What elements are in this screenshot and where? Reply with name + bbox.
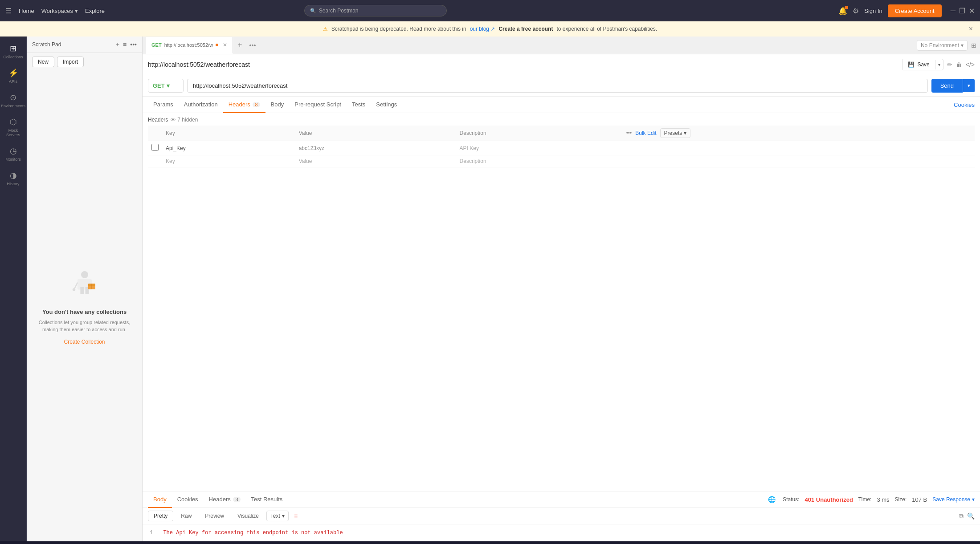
sidebar-item-environments[interactable]: ⊙ Environments [2,89,25,112]
environment-selector[interactable]: No Environment ▾ [917,40,968,51]
save-label: Save [917,61,929,68]
hidden-count: 👁 7 hidden [171,117,198,123]
nav-workspaces-label: Workspaces [41,8,73,14]
save-response-button[interactable]: Save Response ▾ [932,496,975,503]
more-tabs-button[interactable]: ••• [247,42,259,49]
table-row: Key Value Description [148,155,975,167]
empty-description: Collections let you group related reques… [36,319,133,333]
header-value-cell[interactable]: abc123xyz [295,141,456,155]
request-tab[interactable]: GET http://localhost:5052/w ✕ [146,37,233,54]
settings-icon[interactable]: ⚙ [853,7,859,15]
method-chevron-icon: ▾ [167,82,170,89]
sidebar-item-collections[interactable]: ⊞ Collections [2,40,25,63]
create-collection-link[interactable]: Create Collection [64,339,105,345]
tab-settings[interactable]: Settings [371,97,402,113]
minimize-button[interactable]: ─ [951,7,956,15]
cookies-link[interactable]: Cookies [954,101,975,108]
format-raw-button[interactable]: Raw [175,511,197,521]
filter-collections-button[interactable]: ≡ [123,41,127,48]
tab-headers[interactable]: Headers 8 [223,97,265,113]
format-pretty-button[interactable]: Pretty [148,511,173,521]
header-key-cell[interactable]: Api_Key [162,141,295,155]
code-icon[interactable]: </> [966,61,975,68]
presets-arrow-icon: ▾ [684,130,686,136]
new-button[interactable]: New [32,57,54,67]
sidebar-item-monitors[interactable]: ◷ Monitors [2,142,25,165]
close-button[interactable]: ✕ [969,7,975,15]
tab-params[interactable]: Params [148,97,179,113]
nav-left: ☰ Home Workspaces ▾ Explore [5,7,105,15]
tab-url: http://localhost:5052/w [164,42,213,48]
tab-pre-request[interactable]: Pre-request Script [289,97,347,113]
mock-servers-label: Mock Servers [4,128,23,137]
response-tab-body[interactable]: Body [148,491,172,508]
table-row: Api_Key abc123xyz API Key [148,141,975,155]
response-tab-cookies[interactable]: Cookies [172,491,204,508]
format-lines-icon[interactable]: ≡ [294,512,298,520]
banner-blog-link[interactable]: our blog ↗ [470,26,495,32]
save-response-arrow: ▾ [972,496,975,503]
delete-icon[interactable]: 🗑 [956,61,962,68]
copy-response-button[interactable]: ⧉ [959,512,964,520]
nav-explore[interactable]: Explore [85,8,105,14]
sign-in-button[interactable]: Sign In [864,8,882,14]
nav-workspaces[interactable]: Workspaces ▾ [41,8,78,14]
format-type-select[interactable]: Text ▾ [266,511,289,521]
tab-authorization[interactable]: Authorization [179,97,223,113]
bulk-edit-button[interactable]: Bulk Edit [635,130,656,136]
description-column-header: Description [456,126,623,141]
presets-button[interactable]: Presets ▾ [660,128,691,138]
headers-more-icon[interactable]: ••• [626,130,632,136]
banner-cta[interactable]: Create a free account [498,26,553,32]
method-url-row: GET ▾ Send ▾ [143,75,980,97]
tab-body[interactable]: Body [265,97,290,113]
top-navigation: ☰ Home Workspaces ▾ Explore 🔍 Search Pos… [0,0,980,21]
url-input[interactable] [187,79,928,93]
method-value: GET [153,82,165,89]
save-dropdown-button[interactable]: ▾ [935,60,943,69]
save-icon: 💾 [908,61,915,68]
response-tab-headers[interactable]: Headers 3 [204,491,246,508]
banner-close-button[interactable]: × [969,25,973,33]
environment-grid-icon[interactable]: ⊞ [971,42,976,49]
nav-home[interactable]: Home [19,8,34,14]
notifications-icon[interactable]: 🔔 [838,7,847,15]
empty-value-cell[interactable]: Value [295,155,456,167]
header-description-cell[interactable]: API Key [456,141,623,155]
more-collections-button[interactable]: ••• [130,41,137,48]
search-icon: 🔍 [310,8,316,14]
banner-text1: Scratchpad is being deprecated. Read mor… [331,26,466,32]
edit-icon[interactable]: ✏ [947,61,952,68]
format-visualize-button[interactable]: Visualize [232,511,265,521]
add-tab-button[interactable]: + [233,41,247,50]
env-label: No Environment [921,42,959,49]
tab-bar: GET http://localhost:5052/w ✕ + ••• No E… [143,37,980,54]
search-bar[interactable]: 🔍 Search Postman [304,5,447,16]
send-dropdown-button[interactable]: ▾ [963,79,975,92]
notification-dot [845,6,848,9]
window-controls: ─ ❐ ✕ [951,7,975,15]
create-account-button[interactable]: Create Account [888,4,942,17]
headers-section-label: Headers [148,117,168,123]
method-select[interactable]: GET ▾ [148,79,184,93]
sidebar-item-apis[interactable]: ⚡ APIs [2,65,25,87]
add-collection-button[interactable]: + [116,41,119,48]
format-preview-button[interactable]: Preview [199,511,230,521]
empty-desc-cell[interactable]: Description [456,155,623,167]
banner-text2: to experience all of Postman's capabilit… [556,26,657,32]
tab-close-button[interactable]: ✕ [223,42,227,48]
response-tab-test-results[interactable]: Test Results [246,491,288,508]
sidebar-item-history[interactable]: ◑ History [2,167,25,190]
hamburger-icon[interactable]: ☰ [5,7,12,15]
sidebar-item-mock-servers[interactable]: ⬡ Mock Servers [2,114,25,141]
import-button[interactable]: Import [57,57,84,67]
search-placeholder: Search Postman [319,8,359,14]
search-response-button[interactable]: 🔍 [967,512,975,520]
save-main-button[interactable]: 💾 Save [902,59,935,70]
header-row-checkbox[interactable] [151,144,159,151]
svg-rect-2 [80,287,84,294]
maximize-button[interactable]: ❐ [959,7,965,15]
empty-key-cell[interactable]: Key [162,155,295,167]
send-main-button[interactable]: Send [931,79,963,93]
tab-tests[interactable]: Tests [347,97,371,113]
